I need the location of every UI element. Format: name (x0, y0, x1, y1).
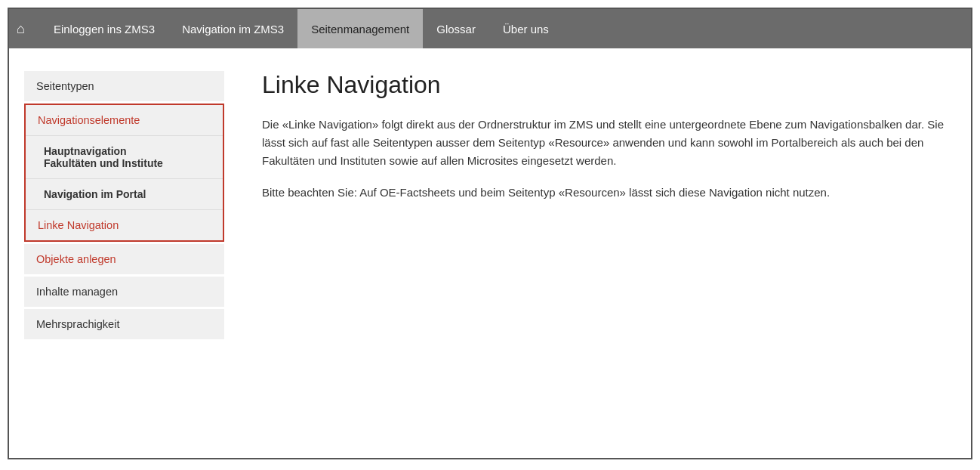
home-icon[interactable]: ⌂ (17, 21, 25, 37)
sidebar-item-hauptnavigation[interactable]: HauptnavigationFakultäten und Institute (26, 135, 223, 178)
sidebar: Seitentypen Navigationselemente Hauptnav… (24, 71, 224, 342)
sidebar-item-navigationselemente[interactable]: Navigationselemente (26, 105, 223, 135)
sidebar-item-objekte-anlegen[interactable]: Objekte anlegen (24, 244, 224, 274)
sidebar-item-mehrsprachigkeit[interactable]: Mehrsprachigkeit (24, 309, 224, 339)
page-title: Linke Navigation (262, 71, 948, 99)
content-paragraph-1: Die «Linke Navigation» folgt direkt aus … (262, 116, 948, 170)
content-paragraph-2: Bitte beachten Sie: Auf OE-Factsheets un… (262, 184, 948, 202)
sidebar-nav-group: Navigationselemente HauptnavigationFakul… (24, 104, 224, 242)
nav-item-einloggen[interactable]: Einloggen ins ZMS3 (40, 9, 168, 48)
main-content: Linke Navigation Die «Linke Navigation» … (247, 71, 948, 342)
page-container: ⌂ Einloggen ins ZMS3 Navigation im ZMS3 … (8, 8, 972, 459)
nav-item-seitenmanagement[interactable]: Seitenmanagement (297, 9, 423, 48)
top-navigation: ⌂ Einloggen ins ZMS3 Navigation im ZMS3 … (9, 9, 971, 48)
nav-item-glossar[interactable]: Glossar (423, 9, 489, 48)
sidebar-item-seitentypen[interactable]: Seitentypen (24, 71, 224, 101)
main-layout: Seitentypen Navigationselemente Hauptnav… (9, 48, 971, 364)
sidebar-item-inhalte-managen[interactable]: Inhalte managen (24, 277, 224, 307)
sidebar-item-navigation-portal[interactable]: Navigation im Portal (26, 178, 223, 209)
nav-item-navigation-zms3[interactable]: Navigation im ZMS3 (168, 9, 297, 48)
nav-item-ueber-uns[interactable]: Über uns (489, 9, 562, 48)
sidebar-item-linke-navigation[interactable]: Linke Navigation (26, 209, 223, 240)
